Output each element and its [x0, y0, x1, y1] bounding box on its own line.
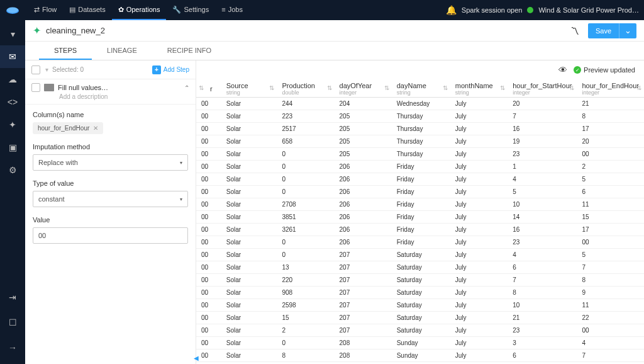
- column-chip[interactable]: hour_for_EndHour ✕: [33, 122, 103, 134]
- rail-code-icon[interactable]: <>: [0, 91, 25, 113]
- step-type-icon: [44, 84, 54, 91]
- table-row[interactable]: 00Solar8208SundayJuly67: [196, 350, 644, 362]
- select-all-checkbox[interactable]: [31, 65, 40, 74]
- cell-dayOfYear: 205: [335, 123, 392, 135]
- cell-dayName: Thursday: [392, 110, 450, 123]
- collapse-pane-icon[interactable]: ◀: [194, 355, 199, 361]
- svg-point-1: [7, 8, 18, 13]
- table-row[interactable]: 00Solar2708206FridayJuly1011: [196, 198, 644, 211]
- table-row[interactable]: 00Solar220207SaturdayJuly78: [196, 274, 644, 287]
- rail-dropdown[interactable]: ▾: [0, 23, 25, 45]
- table-row[interactable]: 00Solar0205ThursdayJuly2300: [196, 148, 644, 161]
- table-row[interactable]: 00Solar0206FridayJuly56: [196, 186, 644, 198]
- table-row[interactable]: 00Solar0206FridayJuly2300: [196, 236, 644, 249]
- nav-jobs[interactable]: ≡Jobs: [215, 0, 249, 20]
- add-step-button[interactable]: + Add Step: [152, 65, 189, 74]
- jobs-icon: ≡: [221, 6, 225, 13]
- cell-dayOfYear: 206: [335, 198, 392, 211]
- cell-startHour: 23: [508, 324, 577, 337]
- chart-icon[interactable]: 〽: [570, 26, 579, 36]
- tab-lineage[interactable]: LINEAGE: [92, 42, 152, 60]
- cell-monthName: July: [450, 249, 508, 261]
- table-row[interactable]: 00Solar15207SaturdayJuly2122: [196, 312, 644, 324]
- table-row[interactable]: 00Solar0208SundayJuly34: [196, 337, 644, 350]
- sort-icon[interactable]: ⇅: [443, 84, 448, 91]
- cell-dayName: Saturday: [392, 287, 450, 299]
- rail-puzzle-icon[interactable]: ✦: [0, 113, 25, 136]
- step-description[interactable]: Add a description: [59, 93, 189, 100]
- table-row[interactable]: 00Solar908207SaturdayJuly89: [196, 287, 644, 299]
- rail-logout-icon[interactable]: →: [0, 336, 25, 359]
- rail-cloud-icon[interactable]: ☁: [0, 68, 25, 91]
- table-row[interactable]: 00Solar2598207SaturdayJuly1011: [196, 299, 644, 312]
- cell-dayName: Wednesday: [392, 98, 450, 110]
- save-button[interactable]: Save ⌄: [588, 23, 636, 38]
- cell-endHour: 4: [577, 337, 644, 350]
- nav-datasets[interactable]: ▤Datasets: [63, 0, 111, 20]
- cell-startHour: 4: [508, 173, 577, 186]
- table-row[interactable]: 00Solar3851206FridayJuly1415: [196, 211, 644, 224]
- cell-dayOfYear: 205: [335, 110, 392, 123]
- cell-monthName: July: [450, 186, 508, 198]
- data-table: ⇅r⇅Sourcestring⇅Productiondouble⇅dayOfYe…: [196, 79, 644, 362]
- table-row[interactable]: 00Solar0207SaturdayJuly45: [196, 249, 644, 261]
- rail-image-icon[interactable]: ▣: [0, 136, 25, 159]
- table-row[interactable]: 00Solar0206FridayJuly12: [196, 161, 644, 173]
- cell-monthName: July: [450, 98, 508, 110]
- table-row[interactable]: 00Solar3261206FridayJuly1617: [196, 224, 644, 236]
- cell-c0: 00: [196, 148, 221, 161]
- rail-stop-icon[interactable]: ☐: [0, 311, 25, 334]
- column-header-dayOfYear[interactable]: ⇅dayOfYearinteger: [335, 79, 392, 98]
- cell-monthName: July: [450, 211, 508, 224]
- rail-export-icon[interactable]: ⇥: [0, 286, 25, 309]
- rail-mail-icon[interactable]: ✉: [0, 45, 25, 68]
- cell-source: Solar: [221, 123, 277, 135]
- product-logo[interactable]: [5, 4, 20, 16]
- rail-settings-icon[interactable]: ⚙: [0, 159, 25, 181]
- cell-startHour: 19: [508, 135, 577, 148]
- column-header-source[interactable]: ⇅Sourcestring: [221, 79, 277, 98]
- sort-icon[interactable]: ⇅: [199, 84, 204, 91]
- column-header-endHour[interactable]: ⇅hour_for_EndHourinteger: [577, 79, 644, 98]
- column-header-c0[interactable]: ⇅r: [196, 79, 221, 98]
- table-row[interactable]: 00Solar244204WednesdayJuly2021: [196, 98, 644, 110]
- save-dropdown-icon[interactable]: ⌄: [619, 23, 636, 38]
- sort-icon[interactable]: ⇅: [636, 84, 641, 91]
- step-name: Fill null values…: [58, 84, 180, 91]
- column-header-dayName[interactable]: ⇅dayNamestring: [392, 79, 450, 98]
- column-header-startHour[interactable]: ⇅hour_for_StartHourinteger: [508, 79, 577, 98]
- collapse-step-icon[interactable]: ⌃: [184, 84, 189, 91]
- sort-icon[interactable]: ⇅: [569, 84, 574, 91]
- sort-icon[interactable]: ⇅: [327, 84, 332, 91]
- chevron-down-icon[interactable]: ▾: [45, 66, 48, 73]
- sort-icon[interactable]: ⇅: [384, 84, 389, 91]
- column-header-monthName[interactable]: ⇅monthNamestring: [450, 79, 508, 98]
- table-row[interactable]: 00Solar223205ThursdayJuly78: [196, 110, 644, 123]
- column-header-production[interactable]: ⇅Productiondouble: [277, 79, 334, 98]
- table-row[interactable]: 00Solar2207SaturdayJuly2300: [196, 324, 644, 337]
- value-input[interactable]: [33, 227, 188, 244]
- cell-monthName: July: [450, 110, 508, 123]
- nav-flow[interactable]: ⇄Flow: [28, 0, 63, 20]
- tab-recipe-info[interactable]: RECIPE INFO: [152, 42, 226, 60]
- tab-steps[interactable]: STEPS: [39, 42, 92, 60]
- chevron-down-icon: ▾: [180, 196, 182, 202]
- notifications-icon[interactable]: 🔔: [446, 5, 457, 15]
- step-checkbox[interactable]: [31, 83, 40, 92]
- sort-icon[interactable]: ⇅: [269, 84, 274, 91]
- cell-endHour: 21: [577, 98, 644, 110]
- table-row[interactable]: 00Solar0206FridayJuly45: [196, 173, 644, 186]
- step-row[interactable]: Fill null values… ⌃ Add a description: [25, 79, 196, 105]
- type-select[interactable]: constant ▾: [33, 191, 188, 207]
- table-row[interactable]: 00Solar13207SaturdayJuly67: [196, 261, 644, 274]
- recipe-title: cleaning_new_2: [46, 26, 105, 35]
- nav-operations[interactable]: ✿Operations: [112, 0, 167, 20]
- project-name[interactable]: Wind & Solar Grid Power Prod…: [538, 6, 639, 14]
- sort-icon[interactable]: ⇅: [500, 84, 505, 91]
- imputation-select[interactable]: Replace with ▾: [33, 154, 188, 171]
- eye-icon[interactable]: 👁: [558, 65, 567, 75]
- table-row[interactable]: 00Solar658205ThursdayJuly1920: [196, 135, 644, 148]
- table-row[interactable]: 00Solar2517205ThursdayJuly1617: [196, 123, 644, 135]
- nav-settings[interactable]: 🔧Settings: [166, 0, 215, 20]
- remove-chip-icon[interactable]: ✕: [93, 125, 98, 132]
